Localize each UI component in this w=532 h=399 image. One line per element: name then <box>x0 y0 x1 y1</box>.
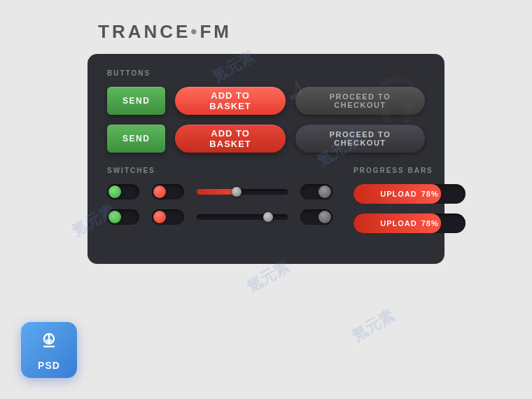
progress-text-1: UPLOAD <box>380 190 416 198</box>
switch-row-2 <box>107 209 332 225</box>
toggle-grey-2[interactable] <box>300 209 332 225</box>
slider-2[interactable] <box>197 214 288 220</box>
buttons-label: BUTTONS <box>107 69 425 77</box>
progress-section: PROGRESS BARS UPLOAD 78% UPLOAD 7 <box>354 167 465 243</box>
toggle-red-1[interactable] <box>152 184 184 200</box>
button-row-1: SEND ADD TO BASKET PROCEED TO CHECKOUT <box>107 87 425 115</box>
toggle-green-2[interactable] <box>107 209 139 225</box>
buttons-section: BUTTONS SEND ADD TO BASKET PROCEED TO CH… <box>107 69 425 153</box>
progress-row-2: UPLOAD 78% <box>354 214 465 233</box>
download-icon <box>38 330 60 357</box>
toggle-knob-1 <box>108 186 121 198</box>
main-card: 🎧 ♪ BUTTONS SEND ADD TO BASKET PROCEED T… <box>88 54 444 264</box>
toggle-green-1[interactable] <box>107 184 139 200</box>
send-button-2[interactable]: SEND <box>107 125 165 153</box>
switches-section: SWITCHES <box>107 167 332 243</box>
progress-label-2: UPLOAD 78% <box>354 219 465 227</box>
toggle-knob-4 <box>108 211 121 223</box>
progress-bar-1: UPLOAD 78% <box>354 184 465 204</box>
progress-text-2: UPLOAD <box>380 219 416 227</box>
psd-text: PSD <box>38 360 60 371</box>
slider-knob-1 <box>232 187 241 197</box>
watermark-5: 氪元素 <box>348 305 398 346</box>
toggle-red-2[interactable] <box>152 209 184 225</box>
progress-percent-1: 78% <box>421 190 439 198</box>
bottom-sections: SWITCHES <box>107 167 425 243</box>
switch-row-1 <box>107 184 332 200</box>
toggle-knob-6 <box>318 211 331 223</box>
progress-label-1: UPLOAD 78% <box>354 190 465 198</box>
proceed-checkout-button-1[interactable]: PROCEED TO CHECKOUT <box>295 87 425 115</box>
progress-bars-label: PROGRESS BARS <box>354 167 465 174</box>
send-button-1[interactable]: SEND <box>107 87 165 115</box>
slider-knob-2 <box>263 212 273 222</box>
progress-bar-2: UPLOAD 78% <box>354 214 465 233</box>
toggle-knob-3 <box>318 186 331 198</box>
proceed-checkout-button-2[interactable]: PROCEED TO CHECKOUT <box>295 125 425 153</box>
add-to-basket-button-2[interactable]: ADD TO BASKET <box>175 125 286 153</box>
progress-percent-2: 78% <box>421 219 439 227</box>
add-to-basket-button-1[interactable]: ADD TO BASKET <box>175 87 286 115</box>
logo-separator: • <box>190 21 200 42</box>
slider-fill-1 <box>197 189 235 195</box>
psd-badge[interactable]: PSD <box>21 322 77 378</box>
logo-text-part1: TRANCE <box>98 21 190 42</box>
toggle-knob-5 <box>153 211 166 223</box>
switches-label: SWITCHES <box>107 167 332 174</box>
logo: TRANCE•FM <box>98 21 232 43</box>
logo-text-part2: FM <box>200 21 232 42</box>
button-row-2: SEND ADD TO BASKET PROCEED TO CHECKOUT <box>107 125 425 153</box>
toggle-grey-1[interactable] <box>300 184 332 200</box>
toggle-knob-2 <box>153 186 166 198</box>
slider-1[interactable] <box>197 189 288 195</box>
progress-row-1: UPLOAD 78% <box>354 184 465 204</box>
